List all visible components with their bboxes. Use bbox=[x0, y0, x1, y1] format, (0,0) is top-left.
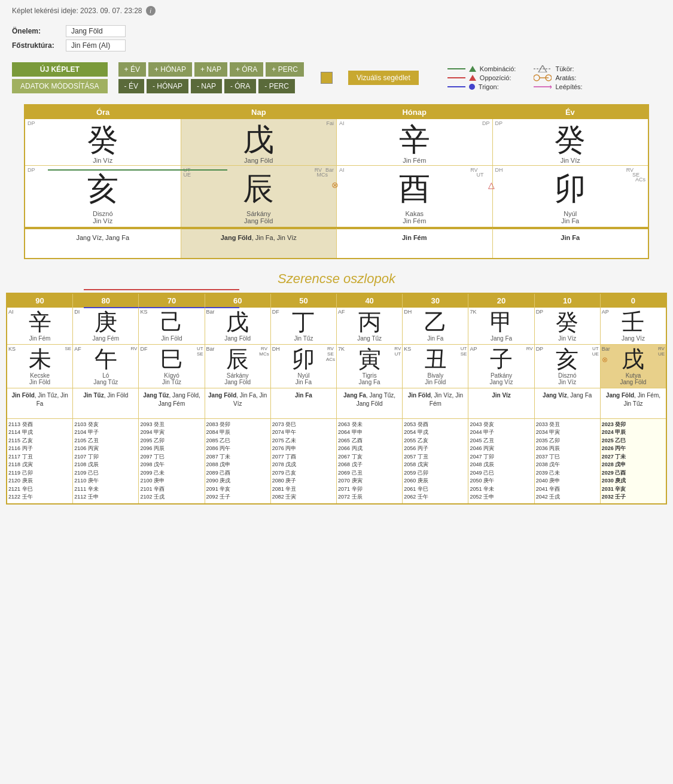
fortune-title: Szerencse oszlopok bbox=[0, 271, 673, 287]
fortune-years-col-2: 2093 癸丑2094 甲寅2095 乙卯2096 丙辰2097 丁巳2098 … bbox=[139, 419, 205, 503]
meta-section: Önelem: Jang Föld Főstruktúra: Jin Fém (… bbox=[0, 22, 673, 57]
fortune-branch-col-4: DH RVSEACs 卯 Nyúl Jin Fa bbox=[271, 345, 337, 388]
fortune-years-row: 2113 癸酉2114 甲戌2115 乙亥2116 丙子2117 丁丑2118 … bbox=[7, 419, 666, 503]
fortune-summary-col-0: Jin Föld, Jin Tűz, Jin Fa bbox=[7, 388, 73, 418]
stem-prefix-3: Bar bbox=[206, 309, 215, 315]
branch-char-ev: 卯 bbox=[495, 168, 646, 210]
branch-prefix-3: Bar bbox=[206, 346, 215, 352]
minus-perc-button[interactable]: - PERC bbox=[258, 79, 295, 93]
branch-elem-1: Jang Tűz bbox=[74, 379, 137, 385]
branch-char-2: 巳 bbox=[140, 347, 203, 372]
branch-char-7: 子 bbox=[470, 347, 532, 372]
summary-row: Jang Víz, Jang Fa Jang Föld, Jin Fa, Jin… bbox=[25, 228, 648, 258]
stem-nap: Fai 戊 Jang Föld bbox=[181, 119, 337, 165]
branch-char-9: 戌 bbox=[602, 347, 665, 372]
branch-char-1: 午 bbox=[74, 347, 137, 372]
stem-row: DP 癸 Jin Víz Fai 戊 Jang Föld AI DP 辛 Jin… bbox=[25, 119, 648, 166]
stem-label-0: Jin Fém bbox=[8, 335, 71, 342]
branch-elem-honap: Jin Fém bbox=[339, 217, 490, 224]
fortune-stem-col-2: KS 己 Jin Föld bbox=[139, 308, 205, 344]
plus-ora-button[interactable]: + ÓRA bbox=[230, 62, 263, 77]
branch-char-honap: 酉 △ bbox=[339, 168, 490, 210]
fortune-branch-col-3: Bar RVMCs 辰 Sárkány Jang Föld bbox=[205, 345, 271, 388]
summary-nap: Jang Föld, Jin Fa, Jin Víz bbox=[181, 228, 337, 258]
branch-elem-3: Jang Föld bbox=[206, 379, 269, 385]
stem-char-0: 辛 bbox=[8, 310, 71, 335]
fortune-stem-col-9: AP 壬 Jang Víz bbox=[601, 308, 666, 344]
fortune-branch-col-1: AF RV 午 Ló Jang Tűz bbox=[73, 345, 139, 388]
branch-name-7: Patkány bbox=[470, 372, 532, 379]
stem-label-7: Jang Fa bbox=[470, 335, 532, 342]
edit-data-button[interactable]: ADATOK MÓDOSÍTÁSA bbox=[12, 79, 108, 93]
minus-ev-button[interactable]: - ÉV bbox=[118, 79, 144, 93]
fortune-years-col-9: 2023 癸卯2024 甲辰2025 乙巳2026 丙午2027 丁未2028 … bbox=[601, 419, 666, 503]
fortune-stem-col-1: DI 庚 Jang Fém bbox=[73, 308, 139, 344]
minus-nap-button[interactable]: - NAP bbox=[191, 79, 222, 93]
summary-honap: Jin Fém bbox=[337, 228, 493, 258]
stem-prefix-0: AI bbox=[8, 309, 14, 315]
branch-prefix-0: KS bbox=[8, 346, 16, 352]
chart-header: Óra Nap Hónap Év bbox=[25, 105, 648, 119]
oppozicio-line bbox=[447, 77, 465, 78]
branch-elem-8: Jin Víz bbox=[536, 379, 599, 385]
stem-char-4: 丁 bbox=[272, 310, 335, 335]
legend-box: Kombináció: Oppozíció: Trigon: Tükör: Ar… bbox=[447, 65, 583, 90]
stem-label-6: Jin Fa bbox=[404, 335, 467, 342]
elem-ev: Jin Víz bbox=[495, 157, 646, 164]
branch-marker-9: ⊗ bbox=[602, 355, 608, 364]
branch-prefix-4: DH bbox=[272, 346, 280, 352]
ai-label-honap: AI bbox=[339, 120, 345, 126]
plus-honap-button[interactable]: + HÓNAP bbox=[148, 62, 192, 77]
branch-char-0: 未 bbox=[8, 347, 71, 372]
fortune-stem-col-3: Bar 戊 Jang Föld bbox=[205, 308, 271, 344]
stem-label-4: Jin Tűz bbox=[272, 335, 335, 342]
new-chart-button[interactable]: ÚJ KÉPLET bbox=[12, 62, 108, 77]
stem-char-9: 壬 bbox=[602, 310, 665, 335]
fortune-stem-col-7: 7K 甲 Jang Fa bbox=[468, 308, 534, 344]
fortune-years-col-0: 2113 癸酉2114 甲戌2115 乙亥2116 丙子2117 丁丑2118 … bbox=[7, 419, 73, 503]
trigon-dot bbox=[469, 84, 475, 90]
branch-name-9: Kutya bbox=[602, 372, 665, 379]
dp-label-ev: DP bbox=[495, 120, 503, 126]
plus-ev-button[interactable]: + ÉV bbox=[118, 62, 146, 77]
branch-elem-7: Jang Víz bbox=[470, 379, 532, 385]
fortune-years-col-6: 2053 癸酉2054 甲戌2055 乙亥2056 丙子2057 丁丑2058 … bbox=[403, 419, 468, 503]
fortune-head-90: 90 bbox=[7, 294, 73, 308]
stem-char-5: 丙 bbox=[338, 310, 401, 335]
branch-prefix-7: AP bbox=[470, 346, 477, 352]
plus-nap-button[interactable]: + NAP bbox=[194, 62, 227, 77]
stem-label-9: Jang Víz bbox=[602, 335, 665, 342]
branch-row: DP 亥 Disznó Jin Víz UT UE RV MCs Bar 辰 ⊗… bbox=[25, 166, 648, 228]
svg-point-2 bbox=[534, 75, 540, 81]
branch-name-ora: Disznó bbox=[28, 210, 178, 217]
fortune-years-col-7: 2043 癸亥2044 甲子2045 乙丑2046 丙寅2047 丁卯2048 … bbox=[468, 419, 534, 503]
branch-ora: DP 亥 Disznó Jin Víz bbox=[25, 166, 181, 227]
fortune-head-50: 50 bbox=[271, 294, 337, 308]
stem-label-5: Jang Tűz bbox=[338, 335, 401, 342]
branch-elem-ora: Jin Víz bbox=[28, 217, 178, 224]
minus-honap-button[interactable]: - HÓNAP bbox=[147, 79, 188, 93]
fortune-head-10: 10 bbox=[535, 294, 601, 308]
tukor-label: Tükör: bbox=[555, 65, 574, 72]
kombinacio-triangle bbox=[469, 66, 476, 72]
plus-perc-button[interactable]: + PERC bbox=[266, 62, 304, 77]
fortune-summary-col-7: Jin Víz bbox=[468, 388, 534, 418]
minus-ora-button[interactable]: - ÓRA bbox=[224, 79, 256, 93]
elem-ora: Jin Víz bbox=[28, 157, 178, 164]
char-nap: 戊 bbox=[243, 122, 274, 157]
fortune-head-80: 80 bbox=[73, 294, 139, 308]
stem-prefix-7: 7K bbox=[470, 309, 476, 315]
dh-branch-ev: DH bbox=[495, 167, 503, 173]
info-icon[interactable]: i bbox=[146, 6, 156, 16]
header-ora: Óra bbox=[25, 105, 181, 119]
stem-label-3: Jang Föld bbox=[206, 335, 269, 342]
stem-prefix-8: DP bbox=[536, 309, 544, 315]
branch-name-2: Kígyó bbox=[140, 372, 203, 379]
char-ev: 癸 bbox=[555, 122, 586, 157]
header-nap: Nap bbox=[181, 105, 336, 119]
branch-name-ev: Nyúl bbox=[495, 210, 646, 217]
fostruktura-label: Főstruktúra: bbox=[12, 41, 66, 50]
visual-help-button[interactable]: Vizuális segédlet bbox=[348, 71, 419, 85]
stem-label-1: Jang Fém bbox=[74, 335, 137, 342]
fortune-branch-col-2: DF UTSE 巳 Kígyó Jin Tűz bbox=[139, 345, 205, 388]
